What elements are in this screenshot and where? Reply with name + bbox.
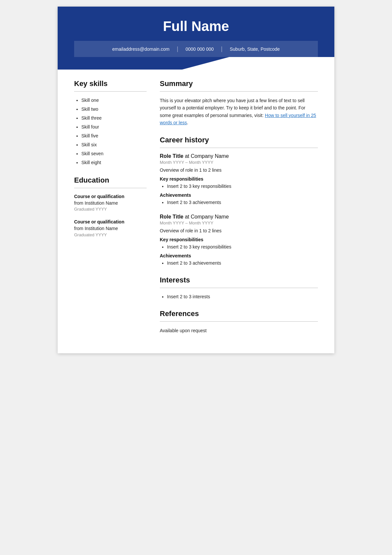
references-section: References Available upon request xyxy=(160,309,318,334)
header-diagonal xyxy=(58,57,334,70)
career-responsibilities-list-1: Insert 2 to 3 key responsibilities xyxy=(160,183,318,190)
career-responsibilities-heading-1: Key responsibilities xyxy=(160,176,318,182)
body-section: Key skills Skill one Skill two Skill thr… xyxy=(58,70,334,353)
list-item: Skill six xyxy=(81,141,147,148)
career-role-title-2: Role Title xyxy=(160,214,183,219)
email: emailaddress@domain.com xyxy=(105,46,177,52)
skills-heading: Key skills xyxy=(74,79,147,88)
career-company-1: Company Name xyxy=(191,153,229,159)
left-column: Key skills Skill one Skill two Skill thr… xyxy=(74,79,147,343)
summary-suffix: . xyxy=(187,120,188,125)
edu-institution-1: from Institution Name xyxy=(74,200,147,207)
location: Suburb, State, Postcode xyxy=(222,46,287,52)
header-section: Full Name emailaddress@domain.com | 0000… xyxy=(58,7,334,57)
edu-entry-2: Course or qualification from Institution… xyxy=(74,219,147,238)
skills-section: Key skills Skill one Skill two Skill thr… xyxy=(74,79,147,166)
career-achievements-heading-1: Achievements xyxy=(160,192,318,198)
edu-entry-1: Course or qualification from Institution… xyxy=(74,193,147,212)
list-item: Skill eight xyxy=(81,159,147,166)
career-heading: Career history xyxy=(160,136,318,144)
career-role-line-2: Role Title at Company Name xyxy=(160,214,318,220)
edu-institution-2: from Institution Name xyxy=(74,225,147,232)
skills-divider xyxy=(74,91,147,92)
education-section: Education Course or qualification from I… xyxy=(74,176,147,238)
interests-divider xyxy=(160,288,318,288)
full-name: Full Name xyxy=(74,18,318,41)
references-text: Available upon request xyxy=(160,327,318,334)
list-item: Skill one xyxy=(81,97,147,104)
career-achievements-list-1: Insert 2 to 3 achievements xyxy=(160,199,318,206)
interests-section: Interests Insert 2 to 3 interests xyxy=(160,276,318,300)
career-company-2: Company Name xyxy=(191,214,229,219)
list-item: Insert 2 to 3 key responsibilities xyxy=(167,183,318,190)
contact-bar: emailaddress@domain.com | 0000 000 000 |… xyxy=(74,41,318,57)
interests-list: Insert 2 to 3 interests xyxy=(160,293,318,300)
phone: 0000 000 000 xyxy=(178,46,221,52)
resume-document: Full Name emailaddress@domain.com | 0000… xyxy=(58,7,334,353)
career-overview-2: Overview of role in 1 to 2 lines xyxy=(160,227,318,234)
list-item: Insert 2 to 3 key responsibilities xyxy=(167,244,318,250)
skills-list: Skill one Skill two Skill three Skill fo… xyxy=(74,97,147,166)
career-responsibilities-heading-2: Key responsibilities xyxy=(160,237,318,242)
career-dates-2: Month YYYY – Month YYYY xyxy=(160,220,318,225)
education-divider xyxy=(74,188,147,188)
list-item: Skill four xyxy=(81,124,147,131)
edu-year-1: Graduated YYYY xyxy=(74,206,147,212)
edu-course-1: Course or qualification xyxy=(74,193,147,200)
list-item: Insert 2 to 3 achievements xyxy=(167,260,318,267)
career-divider xyxy=(160,148,318,148)
list-item: Skill three xyxy=(81,115,147,122)
career-role-line-1: Role Title at Company Name xyxy=(160,153,318,159)
list-item: Skill two xyxy=(81,106,147,113)
career-entry-2: Role Title at Company Name Month YYYY – … xyxy=(160,214,318,267)
summary-section: Summary This is your elevator pitch wher… xyxy=(160,79,318,127)
education-heading: Education xyxy=(74,176,147,185)
summary-heading: Summary xyxy=(160,79,318,88)
career-achievements-list-2: Insert 2 to 3 achievements xyxy=(160,260,318,267)
edu-year-2: Graduated YYYY xyxy=(74,232,147,238)
career-responsibilities-list-2: Insert 2 to 3 key responsibilities xyxy=(160,244,318,250)
list-item: Insert 2 to 3 achievements xyxy=(167,199,318,206)
career-entry-1: Role Title at Company Name Month YYYY – … xyxy=(160,153,318,206)
list-item: Skill five xyxy=(81,132,147,139)
career-role-title-1: Role Title xyxy=(160,153,183,159)
right-column: Summary This is your elevator pitch wher… xyxy=(160,79,318,343)
career-at-2: at xyxy=(185,214,191,219)
list-item: Insert 2 to 3 interests xyxy=(167,293,318,300)
references-heading: References xyxy=(160,309,318,318)
career-overview-1: Overview of role in 1 to 2 lines xyxy=(160,167,318,174)
summary-divider xyxy=(160,91,318,92)
career-section: Career history Role Title at Company Nam… xyxy=(160,136,318,267)
references-divider xyxy=(160,321,318,322)
list-item: Skill seven xyxy=(81,150,147,157)
summary-text: This is your elevator pitch where you ha… xyxy=(160,97,318,127)
career-achievements-heading-2: Achievements xyxy=(160,253,318,258)
career-dates-1: Month YYYY – Month YYYY xyxy=(160,160,318,165)
edu-course-2: Course or qualification xyxy=(74,219,147,225)
interests-heading: Interests xyxy=(160,276,318,284)
career-at-1: at xyxy=(185,153,191,159)
